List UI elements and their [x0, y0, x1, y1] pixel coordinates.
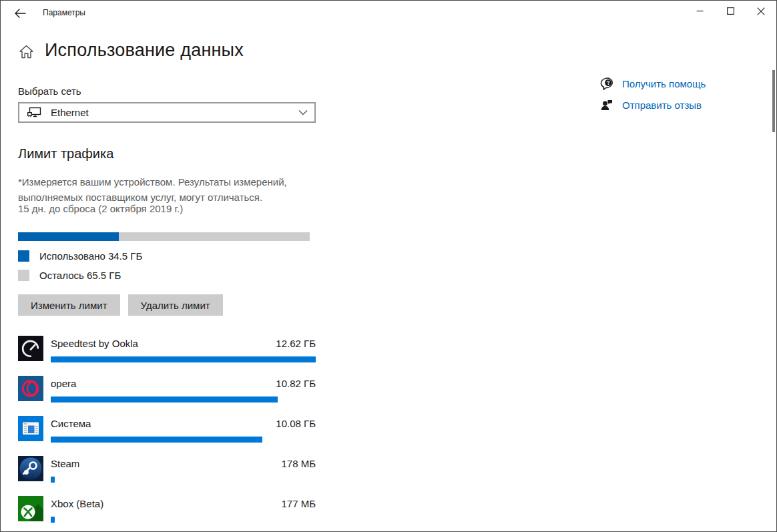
send-feedback-link[interactable]: Отправить отзыв [599, 99, 760, 111]
remaining-label: Осталось 65.5 ГБ [39, 270, 121, 281]
app-usage-list: Speedtest by Ookla 12.62 ГБ opera 10.82 … [18, 336, 316, 532]
legend-remaining: Осталось 65.5 ГБ [18, 270, 121, 281]
home-icon[interactable] [19, 45, 33, 59]
network-selected-value: Ethernet [51, 107, 89, 118]
app-usage-bar [51, 437, 262, 443]
edit-limit-button[interactable]: Изменить лимит [18, 294, 120, 316]
app-row-system: Система 10.08 ГБ [18, 416, 316, 456]
chevron-down-icon [298, 109, 308, 115]
app-usage-bar [51, 517, 55, 523]
used-label: Использовано 34.5 ГБ [39, 250, 142, 262]
app-name: Система [51, 418, 91, 429]
back-button[interactable] [10, 5, 30, 22]
reset-info: 15 дн. до сброса (2 октября 2019 г.) [18, 203, 183, 214]
minimize-icon [696, 7, 704, 15]
help-bubble-icon: ? [599, 77, 614, 90]
maximize-button[interactable] [715, 1, 746, 21]
opera-icon [18, 376, 43, 401]
maximize-icon [727, 7, 734, 15]
caption-buttons [684, 1, 776, 21]
data-limit-heading: Лимит трафика [18, 146, 113, 162]
network-select-label: Выбрать сеть [18, 85, 81, 97]
send-feedback-label: Отправить отзыв [622, 99, 702, 111]
titlebar: Параметры [1, 1, 776, 27]
app-usage-value: 12.62 ГБ [276, 338, 316, 349]
page-header: Использование данных [19, 40, 244, 61]
used-swatch [18, 250, 29, 262]
page-title: Использование данных [45, 40, 244, 61]
titlebar-title: Параметры [43, 8, 85, 17]
app-usage-bar [51, 477, 55, 483]
close-icon [757, 7, 765, 15]
data-limit-note: *Измеряется вашим устройством. Результат… [18, 174, 287, 205]
remaining-swatch [18, 270, 29, 281]
back-arrow-icon [14, 8, 27, 19]
app-usage-bar [51, 356, 316, 362]
app-usage-value: 178 МБ [281, 458, 316, 469]
app-usage-bar [51, 396, 278, 403]
speedtest-icon [18, 336, 43, 361]
delete-limit-button[interactable]: Удалить лимит [128, 294, 223, 316]
note-line-1: *Измеряется вашим устройством. Результат… [18, 174, 287, 190]
app-name: Steam [51, 458, 79, 469]
app-row-opera: opera 10.82 ГБ [18, 376, 316, 416]
ethernet-icon [27, 107, 41, 118]
data-usage-progressbar [18, 232, 310, 241]
steam-icon [18, 456, 43, 481]
vertical-scrollbar-thumb[interactable] [772, 70, 775, 132]
app-row-steam: Steam 178 МБ [18, 456, 316, 496]
close-button[interactable] [746, 1, 776, 21]
app-name: Speedtest by Ookla [51, 338, 138, 349]
get-help-link[interactable]: ? Получить помощь [599, 77, 760, 90]
app-usage-value: 177 МБ [281, 498, 316, 509]
legend-used: Использовано 34.5 ГБ [18, 250, 142, 262]
network-select[interactable]: Ethernet [18, 102, 316, 123]
app-name: opera [51, 378, 76, 389]
settings-window: Параметры Использование данных [0, 0, 777, 532]
xbox-icon [18, 496, 43, 521]
windows-system-icon [18, 416, 43, 441]
help-links: ? Получить помощь Отправить отзыв [599, 77, 760, 119]
feedback-person-icon [599, 99, 614, 111]
app-row-xbox: Xbox (Beta) 177 МБ [18, 496, 316, 532]
app-row-speedtest: Speedtest by Ookla 12.62 ГБ [18, 336, 316, 376]
minimize-button[interactable] [684, 1, 715, 21]
data-usage-progress-fill [18, 232, 119, 241]
limit-buttons: Изменить лимит Удалить лимит [18, 294, 223, 316]
app-usage-value: 10.08 ГБ [276, 418, 316, 429]
app-usage-value: 10.82 ГБ [276, 378, 316, 389]
get-help-label: Получить помощь [622, 78, 706, 89]
app-name: Xbox (Beta) [51, 498, 103, 509]
